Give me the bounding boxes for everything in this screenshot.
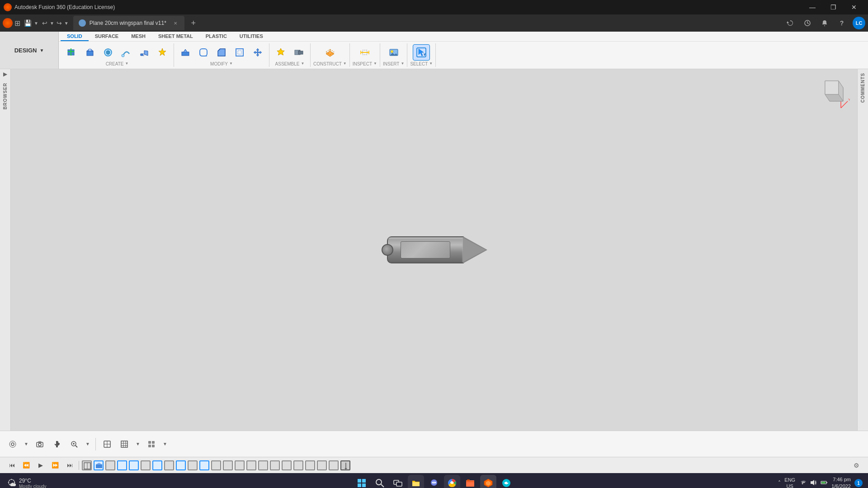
weather-widget[interactable]: 🌤 29°C Mostly cloudy (4, 477, 50, 488)
timeline-item-5[interactable] (141, 460, 151, 470)
timeline-item-4[interactable] (129, 460, 139, 470)
extrude-button[interactable] (81, 44, 99, 61)
wifi-button[interactable] (799, 479, 806, 488)
joint-button[interactable] (272, 44, 289, 61)
fusion360-taskbar-button[interactable] (480, 475, 496, 488)
timeline-item-17[interactable] (282, 460, 292, 470)
new-tab-button[interactable]: + (187, 17, 200, 29)
zoom-fit-arrow[interactable]: ▼ (84, 437, 91, 451)
display-settings-arrow[interactable]: ▼ (23, 437, 30, 451)
battery-button[interactable] (821, 479, 828, 488)
offset-plane-button[interactable] (321, 44, 339, 61)
timeline-first-button[interactable]: ⏮ (5, 459, 18, 472)
tab-utilities[interactable]: UTILITIES (233, 32, 269, 41)
show-hidden-icons-button[interactable]: ˄ (778, 480, 781, 486)
timeline-item-20[interactable] (317, 460, 327, 470)
timeline-last-button[interactable]: ⏭ (63, 459, 76, 472)
sweep-button[interactable] (118, 44, 135, 61)
help-button[interactable]: ? (835, 17, 848, 29)
timeline-item-19[interactable] (305, 460, 315, 470)
timeline-item-16[interactable] (270, 460, 280, 470)
timeline-item-2[interactable] (105, 460, 115, 470)
inspect-arrow[interactable]: ▼ (373, 61, 377, 66)
timeline-item-15[interactable] (258, 460, 268, 470)
browser-sidebar[interactable]: ▶ BROWSER (0, 69, 11, 431)
timeline-prev-button[interactable]: ⏪ (20, 459, 33, 472)
browser-expand-arrow[interactable]: ▶ (3, 69, 7, 79)
zoom-fit-button[interactable] (67, 437, 81, 451)
measure-button[interactable] (356, 44, 373, 61)
notification-badge[interactable]: 1 (854, 479, 863, 487)
timeline-item-3[interactable] (117, 460, 127, 470)
timeline-item-13[interactable] (235, 460, 245, 470)
grid-button[interactable] (117, 437, 132, 451)
fillet-button[interactable] (195, 44, 212, 61)
close-button[interactable]: ✕ (844, 0, 864, 14)
timeline-item-14[interactable] (246, 460, 256, 470)
timeline-item-18[interactable] (293, 460, 303, 470)
user-avatar[interactable]: LC (853, 17, 865, 29)
redo-arrow[interactable]: ▼ (64, 21, 69, 26)
select-tool-button[interactable] (413, 44, 430, 61)
shell-button[interactable] (231, 44, 248, 61)
create-arrow[interactable]: ▼ (125, 61, 128, 66)
timeline-item-0[interactable] (82, 460, 92, 470)
timeline-item-6[interactable] (152, 460, 162, 470)
view-layout-button[interactable] (100, 437, 114, 451)
timeline-play-button[interactable]: ▶ (34, 459, 47, 472)
chrome-button[interactable] (444, 475, 460, 488)
insert-image-button[interactable] (385, 44, 402, 61)
tab-plastic[interactable]: PLASTIC (199, 32, 233, 41)
active-tab[interactable]: Plane 20cm wingspan final v11* ✕ (73, 16, 184, 30)
new-component-button[interactable] (63, 44, 80, 61)
insert-arrow[interactable]: ▼ (401, 61, 404, 66)
grid-snap-arrow[interactable]: ▼ (161, 437, 169, 451)
speaker-button[interactable] (810, 479, 817, 488)
grid-menu-button[interactable]: ⊞ (14, 19, 20, 28)
notifications-button[interactable] (818, 17, 831, 29)
new-file-button[interactable]: 💾 (22, 19, 33, 28)
grid-snap-button[interactable] (144, 437, 159, 451)
loft-button[interactable] (136, 44, 153, 61)
pan-button[interactable] (50, 437, 64, 451)
save-arrow[interactable]: ▼ (34, 21, 38, 26)
search-button[interactable] (372, 475, 388, 488)
undo-button[interactable]: ↩ (40, 19, 49, 28)
minimize-button[interactable]: — (802, 0, 823, 14)
display-settings-button[interactable] (5, 437, 20, 451)
timeline-next-button[interactable]: ⏩ (49, 459, 61, 472)
design-button[interactable]: DESIGN ▼ (0, 32, 59, 69)
timeline-item-21[interactable] (329, 460, 339, 470)
tab-mesh[interactable]: MESH (125, 32, 152, 41)
nav-cube[interactable]: Y Z (814, 76, 850, 113)
select-arrow[interactable]: ▼ (429, 61, 433, 66)
clock[interactable]: 7:46 pm 1/6/2022 (831, 476, 851, 488)
comments-sidebar[interactable]: COMMENTS (857, 69, 868, 431)
tab-surface[interactable]: SURFACE (89, 32, 125, 41)
history-button[interactable] (801, 17, 814, 29)
coil-button[interactable] (154, 44, 171, 61)
timeline-item-11[interactable] (211, 460, 221, 470)
refresh-button[interactable] (784, 17, 797, 29)
grid-arrow[interactable]: ▼ (134, 437, 142, 451)
press-pull-button[interactable] (177, 44, 194, 61)
move-button[interactable] (249, 44, 266, 61)
task-view-button[interactable] (390, 475, 406, 488)
file-explorer-button[interactable] (408, 475, 424, 488)
as-built-joint-button[interactable] (290, 44, 307, 61)
start-button[interactable] (354, 475, 370, 488)
construct-arrow[interactable]: ▼ (343, 61, 347, 66)
messaging-button[interactable] (426, 475, 442, 488)
fish-app-button[interactable] (498, 475, 514, 488)
maximize-button[interactable]: ❐ (823, 0, 844, 14)
timeline-settings-button[interactable]: ⚙ (850, 459, 863, 472)
timeline-item-9[interactable] (188, 460, 198, 470)
language-indicator[interactable]: ENG US (784, 477, 795, 488)
tab-solid[interactable]: SOLID (61, 32, 89, 41)
redo-button[interactable]: ↪ (55, 19, 64, 28)
chamfer-button[interactable] (213, 44, 230, 61)
tab-sheet-metal[interactable]: SHEET METAL (152, 32, 199, 41)
timeline-item-8[interactable] (176, 460, 186, 470)
timeline-item-7[interactable] (164, 460, 174, 470)
timeline-item-12[interactable] (223, 460, 233, 470)
